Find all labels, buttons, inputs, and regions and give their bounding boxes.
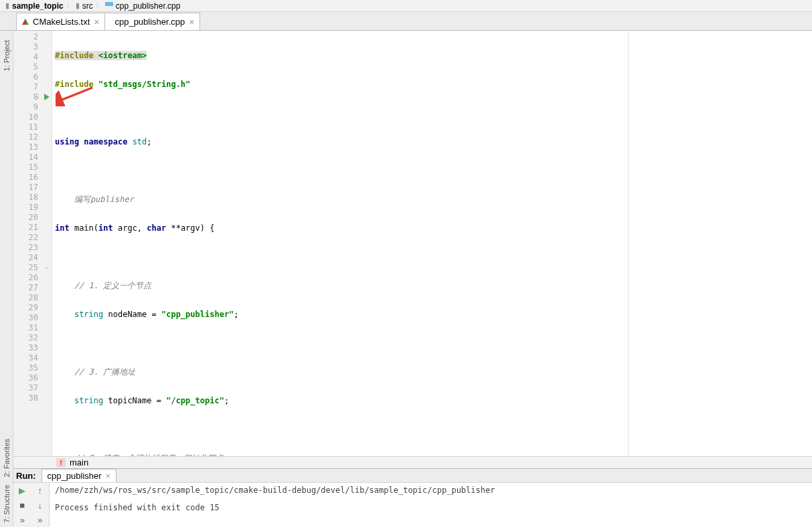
line-number: 33 (13, 343, 52, 353)
line-number: 28 (13, 293, 52, 303)
tab-label: CMakeLists.txt (33, 17, 90, 27)
close-icon[interactable]: × (94, 17, 99, 27)
line-number: 11 (13, 122, 52, 132)
breadcrumb-root[interactable]: sample_topic (12, 1, 64, 11)
close-icon[interactable]: × (189, 17, 194, 27)
folder-icon: ▮ (76, 1, 80, 10)
line-number: 37 (13, 383, 52, 393)
line-number: 36 (13, 373, 52, 383)
line-number: 10 (13, 112, 52, 122)
output-line: /home/zzh/ws/ros_ws/src/sample_topic/cma… (55, 486, 807, 495)
editor-gutter: 2345678−91011121314151617181920212223242… (13, 31, 52, 456)
scroll-up-button[interactable]: ↑ (38, 486, 43, 496)
structure-tool-button[interactable]: 7: Structure (3, 481, 11, 527)
breadcrumb-sep: 〉 (66, 1, 73, 11)
line-number: 3 (13, 42, 52, 52)
line-number: 18 (13, 193, 52, 203)
line-number: 13 (13, 142, 52, 152)
member-name[interactable]: main (70, 457, 88, 467)
fold-icon[interactable]: − (44, 265, 50, 271)
folder-icon: ▮ (5, 1, 9, 10)
breadcrumb-sep: 〉 (96, 1, 102, 11)
line-number: 32 (13, 333, 52, 343)
member-breadcrumb: f main (13, 456, 812, 468)
breadcrumb-file[interactable]: cpp_publisher.cpp (116, 1, 181, 11)
line-number: 24 (13, 253, 52, 263)
cmake-icon (22, 19, 29, 25)
project-tool-button[interactable]: 1: Project (3, 36, 11, 75)
more-button-2[interactable]: » (37, 515, 42, 525)
tab-cmakelists[interactable]: CMakeLists.txt × (16, 13, 105, 30)
line-number: 34 (13, 353, 52, 363)
line-number: 25− (13, 263, 52, 273)
line-number: 35 (13, 363, 52, 373)
favorites-tool-button[interactable]: 2: Favorites (3, 435, 11, 481)
scroll-down-button[interactable]: ↓ (38, 500, 43, 510)
code-editor[interactable]: 2345678−91011121314151617181920212223242… (13, 31, 812, 456)
cpp-file-icon (105, 2, 113, 10)
output-line: Process finished with exit code 15 (55, 503, 807, 512)
line-number: 17 (13, 183, 52, 193)
line-number: 20 (13, 213, 52, 223)
run-toolbar: ▶ ↑ ■ ↓ » » (13, 483, 50, 527)
line-number: 21 (13, 223, 52, 233)
line-number: 26 (13, 273, 52, 283)
left-tool-stripe: 1: Project 2: Favorites 7: Structure (0, 31, 13, 527)
run-tool-window: Run: cpp_publisher × ▶ ↑ ■ ↓ » » /home/z… (13, 468, 812, 527)
run-tab-label: cpp_publisher (48, 471, 102, 481)
line-number: 38 (13, 393, 52, 403)
line-number: 31 (13, 323, 52, 333)
line-number: 4 (13, 52, 52, 62)
line-number: 5 (13, 62, 52, 72)
line-number: 30 (13, 313, 52, 323)
line-number: 29 (13, 303, 52, 313)
breadcrumb-mid[interactable]: src (82, 1, 93, 11)
run-title: Run: (16, 471, 36, 481)
code-content[interactable]: #include <iostream> #include "std_msgs/S… (52, 31, 812, 456)
line-number: 8− (13, 92, 52, 102)
run-tab[interactable]: cpp_publisher × (42, 469, 117, 482)
nav-breadcrumb: ▮ sample_topic 〉 ▮ src 〉 cpp_publisher.c… (0, 0, 812, 12)
more-button[interactable]: » (20, 515, 25, 525)
line-number: 6 (13, 72, 52, 82)
run-gutter-icon[interactable] (44, 94, 50, 100)
line-number: 15 (13, 163, 52, 173)
run-header: Run: cpp_publisher × (13, 469, 812, 483)
fold-icon[interactable]: − (35, 94, 41, 100)
line-number: 27 (13, 283, 52, 293)
function-icon: f (56, 458, 66, 467)
run-console-output[interactable]: /home/zzh/ws/ros_ws/src/sample_topic/cma… (50, 483, 812, 527)
tab-label: cpp_publisher.cpp (114, 17, 185, 27)
line-number: 7 (13, 82, 52, 92)
stop-button[interactable]: ■ (19, 500, 25, 510)
tab-cpp-publisher[interactable]: cpp_publisher.cpp × (104, 13, 200, 30)
line-number: 23 (13, 243, 52, 253)
line-number: 12 (13, 132, 52, 142)
line-number: 16 (13, 173, 52, 183)
line-number: 9 (13, 102, 52, 112)
line-number: 14 (13, 152, 52, 163)
rerun-button[interactable]: ▶ (19, 486, 25, 496)
line-number: 2 (13, 32, 52, 42)
line-number: 22 (13, 233, 52, 243)
editor-tabs: CMakeLists.txt × cpp_publisher.cpp × (0, 12, 812, 31)
line-number: 19 (13, 203, 52, 213)
close-icon[interactable]: × (106, 471, 111, 481)
